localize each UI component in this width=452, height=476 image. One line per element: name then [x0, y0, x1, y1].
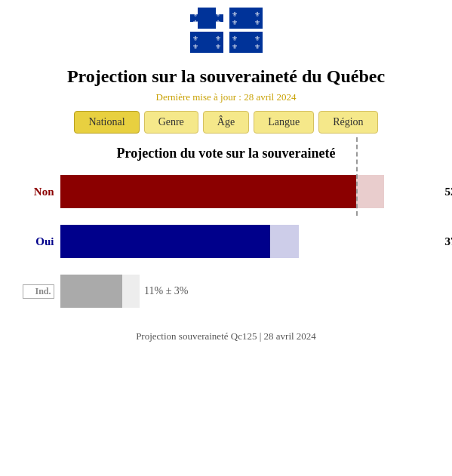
bar-wrapper-non: 52% ± 5% ▼	[60, 175, 430, 208]
bar-label-ind: Ind.	[23, 284, 54, 299]
quebec-flag-1: ⚜ ⚜ ⚜ ⚜	[190, 8, 223, 29]
tabs-container: National Genre Âge Langue Région	[66, 111, 385, 134]
flags-row-top: ⚜ ⚜ ⚜ ⚜ ⚜ ⚜ ⚜ ⚜	[190, 8, 263, 29]
tab-national[interactable]: National	[74, 111, 139, 134]
footer-text: Projection souveraineté Qc125 | 28 avril…	[136, 330, 316, 342]
bar-margin-oui	[270, 225, 299, 258]
chart-title: Projection du vote sur la souveraineté	[117, 146, 336, 161]
flags-container: ⚜ ⚜ ⚜ ⚜ ⚜ ⚜ ⚜ ⚜ ⚜ ⚜ ⚜ ⚜	[190, 8, 263, 56]
bar-value-ind: 11% ± 3%	[144, 285, 189, 297]
svg-text:⚜: ⚜	[254, 35, 260, 42]
tab-langue[interactable]: Langue	[254, 111, 314, 134]
bar-wrapper-ind: 11% ± 3%	[60, 275, 430, 308]
svg-rect-35	[242, 32, 250, 53]
bar-solid-ind	[60, 275, 123, 308]
svg-text:⚜: ⚜	[232, 35, 238, 42]
bar-wrapper-oui: 37% ± 5% ▲	[60, 225, 430, 258]
svg-text:⚜: ⚜	[254, 19, 260, 26]
bar-label-non: Non	[23, 186, 54, 198]
svg-text:⚜: ⚜	[192, 11, 198, 18]
svg-text:⚜: ⚜	[192, 43, 198, 51]
bar-margin-ind	[122, 275, 140, 308]
svg-text:⚜: ⚜	[232, 19, 238, 26]
tab-genre[interactable]: Genre	[144, 111, 198, 134]
svg-text:⚜: ⚜	[192, 35, 198, 42]
svg-text:⚜: ⚜	[215, 43, 221, 51]
bar-value-non: 52% ± 5% ▼	[444, 186, 452, 198]
svg-rect-8	[203, 8, 211, 29]
bar-row-oui: Oui 37% ± 5% ▲	[23, 225, 430, 258]
svg-text:⚜: ⚜	[215, 35, 221, 42]
bar-label-oui: Oui	[23, 235, 54, 248]
quebec-flag-4: ⚜ ⚜ ⚜ ⚜	[229, 32, 263, 53]
svg-rect-26	[203, 32, 211, 53]
chart-container: Non 52% ± 5% ▼ Oui 37% ± 5%	[15, 175, 438, 315]
quebec-flag-3: ⚜ ⚜ ⚜ ⚜	[190, 32, 223, 53]
quebec-flag-2: ⚜ ⚜ ⚜ ⚜	[229, 8, 263, 29]
svg-text:⚜: ⚜	[232, 43, 238, 51]
tab-region[interactable]: Région	[318, 111, 377, 134]
bar-margin-non	[356, 175, 385, 208]
svg-rect-17	[242, 8, 250, 29]
bar-row-ind: Ind. 11% ± 3%	[23, 275, 430, 308]
bar-solid-oui	[60, 225, 271, 258]
flags-row-bottom: ⚜ ⚜ ⚜ ⚜ ⚜ ⚜ ⚜ ⚜	[190, 32, 263, 53]
svg-text:⚜: ⚜	[254, 43, 260, 51]
svg-text:⚜: ⚜	[215, 11, 221, 18]
last-update: Dernière mise à jour : 28 avril 2024	[156, 91, 297, 103]
page-title: Projection sur la souveraineté du Québec	[67, 66, 385, 87]
svg-text:⚜: ⚜	[232, 11, 238, 18]
tab-age[interactable]: Âge	[203, 111, 249, 134]
svg-text:⚜: ⚜	[215, 19, 221, 26]
bar-row-non: Non 52% ± 5% ▼	[23, 175, 430, 208]
svg-text:⚜: ⚜	[192, 19, 198, 26]
bar-value-oui: 37% ± 5% ▲	[444, 235, 452, 248]
bar-solid-non	[60, 175, 356, 208]
svg-text:⚜: ⚜	[254, 11, 260, 18]
